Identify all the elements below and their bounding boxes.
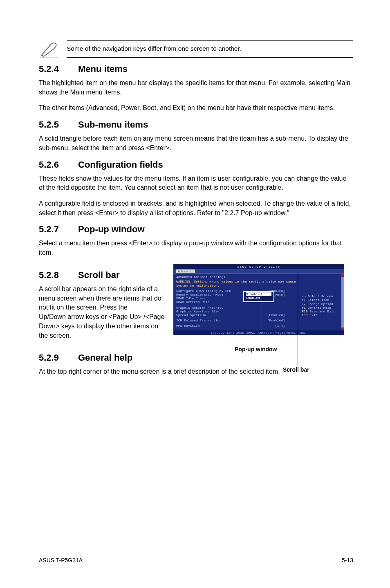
bios-window: BIOS SETUP UTILITY Advanced Advanced Chi… bbox=[173, 264, 344, 335]
bios-popup[interactable]: Disabled Enabled bbox=[243, 291, 274, 302]
para: The highlighted item on the menu bar dis… bbox=[39, 79, 353, 97]
bios-row[interactable]: Graphic Adapter Priority bbox=[176, 306, 297, 310]
note-text: Some of the navigation keys differ from … bbox=[67, 40, 353, 58]
para: A scroll bar appears on the right side o… bbox=[39, 285, 166, 312]
bios-row[interactable]: MPS Revision[1.4] bbox=[176, 324, 297, 328]
bios-help-panel: ←→ Select Screen ↑↓ Select Item +- Chang… bbox=[299, 274, 344, 330]
callout-line bbox=[298, 273, 298, 366]
bios-row[interactable]: DRAm Refresh Rate bbox=[176, 300, 297, 304]
bios-title: BIOS SETUP UTILITY bbox=[174, 265, 344, 269]
note-pen-icon bbox=[39, 40, 58, 58]
bios-row[interactable]: Memory Acceleration Mode[Auto] bbox=[176, 293, 297, 296]
help-row: F10 Save and Exit bbox=[302, 310, 342, 313]
bios-row[interactable]: DRAM Idle Timer bbox=[176, 296, 297, 300]
para: Up/Down arrow keys or <Page Up> /<Page D… bbox=[39, 312, 166, 340]
help-row: +- Change Option bbox=[302, 302, 342, 306]
bios-row[interactable]: Graphics Aperture Size bbox=[176, 310, 297, 313]
heading-526: 5.2.6Configuration fields bbox=[39, 159, 353, 170]
heading-527: 5.2.7Pop-up window bbox=[39, 224, 353, 235]
heading-529: 5.2.9General help bbox=[39, 352, 353, 363]
page-footer: ASUS T-P5G31A 5-13 bbox=[39, 557, 353, 563]
bios-scrollbar[interactable] bbox=[341, 274, 344, 330]
popup-option-disabled[interactable]: Disabled bbox=[246, 292, 271, 296]
bios-figure: BIOS SETUP UTILITY Advanced Advanced Chi… bbox=[173, 264, 353, 335]
bios-footer: (C)Copyright 1985-2002, American Megatre… bbox=[174, 330, 344, 335]
help-row: F1 General Help bbox=[302, 306, 342, 310]
popup-option-enabled[interactable]: Enabled bbox=[246, 296, 271, 300]
help-row: ←→ Select Screen bbox=[302, 294, 342, 298]
para: Select a menu item then press <Enter> to… bbox=[39, 239, 353, 257]
bios-row[interactable]: Spread Spectrum[Enabled] bbox=[176, 313, 297, 317]
footer-left: ASUS T-P5G31A bbox=[39, 557, 83, 563]
bios-row[interactable]: Configure DRAM Timing by SPD[Enabled] bbox=[176, 289, 297, 293]
help-row: ↑↓ Select Item bbox=[302, 298, 342, 302]
bios-tabbar: Advanced bbox=[174, 269, 344, 274]
bios-left-panel: Advanced Chipset settings WARNING: Setti… bbox=[174, 274, 299, 330]
callout-popup-label: Pop-up window bbox=[235, 346, 277, 352]
bios-row[interactable]: ICH Delayed Transaction[Enabled] bbox=[176, 319, 297, 322]
para: These fields show the values for the men… bbox=[39, 174, 353, 193]
para: The other items (Advanced, Power, Boot, … bbox=[39, 103, 353, 113]
bios-tab-advanced[interactable]: Advanced bbox=[176, 269, 195, 273]
heading-528: 5.2.8Scroll bar bbox=[39, 270, 166, 281]
para: A solid triangle before each item on any… bbox=[39, 134, 353, 153]
bios-warning: WARNING: Setting wrong values in the sec… bbox=[176, 280, 297, 287]
callout-scrollbar-label: Scroll bar bbox=[283, 366, 309, 373]
note-row: Some of the navigation keys differ from … bbox=[39, 40, 353, 58]
footer-right: 5-13 bbox=[342, 557, 353, 563]
help-row: ESC Exit bbox=[302, 313, 342, 317]
heading-525: 5.2.5Sub-menu items bbox=[39, 119, 353, 130]
callout-line bbox=[261, 295, 261, 346]
heading-524: 5.2.4Menu items bbox=[39, 64, 353, 74]
para: A configurable field is enclosed in brac… bbox=[39, 199, 353, 218]
bios-panel-header: Advanced Chipset settings bbox=[176, 275, 297, 279]
